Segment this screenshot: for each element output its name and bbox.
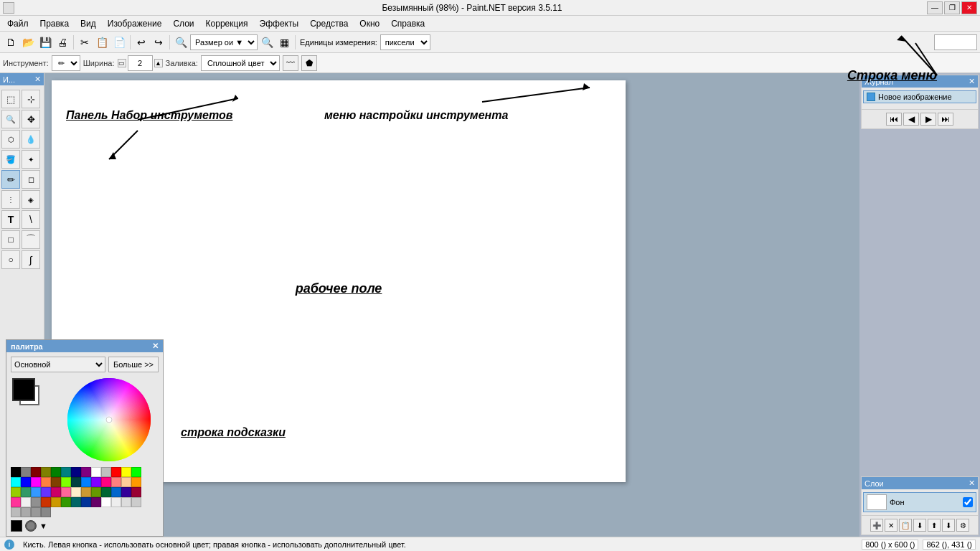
palette-color-swatch[interactable]: [61, 477, 71, 487]
palette-color-swatch[interactable]: [41, 497, 51, 507]
palette-color-swatch[interactable]: [121, 487, 131, 497]
paste-button[interactable]: 📄: [111, 34, 127, 50]
eraser-tool[interactable]: ◻: [22, 170, 40, 189]
text-tool[interactable]: T: [1, 210, 20, 229]
close-button[interactable]: ✕: [961, 1, 977, 14]
palette-color-swatch[interactable]: [111, 497, 121, 507]
width-decrease-button[interactable]: ▭: [118, 59, 126, 67]
history-last-button[interactable]: ⏭: [938, 113, 953, 126]
width-input[interactable]: [128, 55, 153, 71]
history-next-button[interactable]: ▶: [920, 113, 936, 126]
palette-color-swatch[interactable]: [71, 497, 81, 507]
palette-color-swatch[interactable]: [121, 477, 131, 487]
palette-color-swatch[interactable]: [31, 467, 41, 477]
line-tool[interactable]: \: [22, 210, 40, 229]
layer-visibility-checkbox[interactable]: [963, 497, 973, 507]
palette-color-swatch[interactable]: [21, 467, 31, 477]
color-wheel[interactable]: [66, 377, 152, 463]
units-select[interactable]: пиксели дюймы см: [380, 34, 430, 50]
palette-close-button[interactable]: ✕: [152, 342, 159, 351]
zoom-out-button[interactable]: 🔍: [173, 34, 189, 50]
palette-color-swatch[interactable]: [41, 467, 51, 477]
palette-color-swatch[interactable]: [11, 497, 21, 507]
palette-color-swatch[interactable]: [51, 487, 61, 497]
menu-image[interactable]: Изображение: [102, 17, 168, 30]
palette-color-swatch[interactable]: [21, 487, 31, 497]
menu-file[interactable]: Файл: [1, 17, 34, 30]
rectangle-select-tool[interactable]: ⬚: [1, 90, 20, 108]
palette-color-swatch[interactable]: [21, 507, 31, 517]
menu-view[interactable]: Вид: [75, 17, 102, 30]
palette-color-swatch[interactable]: [71, 467, 81, 477]
new-button[interactable]: 🗋: [3, 34, 19, 50]
zoom-select[interactable]: Размер ои ▼ 25% 50% 98% 100% 200%: [190, 34, 258, 50]
palette-color-swatch[interactable]: [71, 487, 81, 497]
palette-color-swatch[interactable]: [81, 477, 91, 487]
zoom-in-button[interactable]: 🔍: [259, 34, 275, 50]
palette-color-swatch[interactable]: [21, 477, 31, 487]
layer-item[interactable]: Фон: [863, 492, 976, 512]
zoom-tool[interactable]: 🔍: [1, 110, 20, 128]
layer-properties-button[interactable]: ⚙: [956, 519, 969, 532]
canvas-area[interactable]: Панель Набор инструметов меню настройки …: [44, 73, 859, 537]
palette-color-swatch[interactable]: [91, 487, 101, 497]
copy-button[interactable]: 📋: [94, 34, 110, 50]
menu-correction[interactable]: Коррекция: [200, 17, 254, 30]
lasso-select-tool[interactable]: ⊹: [22, 90, 40, 108]
palette-color-swatch[interactable]: [131, 497, 141, 507]
palette-color-swatch[interactable]: [111, 477, 121, 487]
palette-color-swatch[interactable]: [101, 487, 111, 497]
palette-color-swatch[interactable]: [31, 487, 41, 497]
palette-color-swatch[interactable]: [101, 477, 111, 487]
palette-color-swatch[interactable]: [131, 477, 141, 487]
line-style-button[interactable]: ⬟: [301, 55, 317, 71]
color-select-tool[interactable]: ◈: [22, 190, 40, 209]
fill-select[interactable]: Сплошной цвет Без заливки Линейный гради…: [201, 55, 280, 71]
curve-tool[interactable]: ⌒: [22, 230, 40, 249]
palette-color-swatch[interactable]: [71, 477, 81, 487]
palette-color-swatch[interactable]: [91, 497, 101, 507]
palette-color-swatch[interactable]: [11, 487, 21, 497]
palette-color-swatch[interactable]: [41, 477, 51, 487]
palette-color-swatch[interactable]: [31, 477, 41, 487]
freeform-tool[interactable]: ∫: [22, 250, 40, 269]
palette-color-swatch[interactable]: [121, 467, 131, 477]
brush-tool[interactable]: ⋮: [1, 190, 20, 209]
palette-color-swatch[interactable]: [31, 507, 41, 517]
move-tool[interactable]: ✥: [22, 110, 40, 128]
pencil-tool[interactable]: ✏: [1, 170, 20, 189]
cut-button[interactable]: ✂: [77, 34, 93, 50]
palette-color-swatch[interactable]: [51, 497, 61, 507]
history-close-button[interactable]: ✕: [969, 77, 975, 86]
history-prev-button[interactable]: ◀: [903, 113, 919, 126]
menu-layers[interactable]: Слои: [167, 17, 199, 30]
print-button[interactable]: 🖨: [55, 34, 70, 50]
delete-layer-button[interactable]: ✕: [885, 519, 897, 532]
palette-color-swatch[interactable]: [21, 497, 31, 507]
palette-color-swatch[interactable]: [131, 467, 141, 477]
foreground-color-swatch[interactable]: [12, 378, 35, 401]
eyedropper-icon[interactable]: [25, 520, 37, 532]
move-layer-up-button[interactable]: ⬆: [928, 519, 941, 532]
palette-color-swatch[interactable]: [101, 467, 111, 477]
palette-color-swatch[interactable]: [61, 497, 71, 507]
menu-edit[interactable]: Правка: [34, 17, 75, 30]
palette-color-swatch[interactable]: [81, 487, 91, 497]
history-item[interactable]: Новое изображение: [863, 90, 976, 103]
open-button[interactable]: 📂: [20, 34, 36, 50]
layers-close-button[interactable]: ✕: [969, 479, 975, 488]
add-layer-button[interactable]: ➕: [870, 519, 883, 532]
palette-color-swatch[interactable]: [121, 497, 131, 507]
undo-button[interactable]: ↩: [133, 34, 149, 50]
menu-window[interactable]: Окно: [354, 17, 385, 30]
palette-color-swatch[interactable]: [51, 467, 61, 477]
paint-bucket-tool[interactable]: 🪣: [1, 150, 20, 169]
duplicate-layer-button[interactable]: 📋: [899, 519, 912, 532]
palette-mode-select[interactable]: Основной Дополнительный: [11, 357, 105, 372]
palette-color-swatch[interactable]: [61, 487, 71, 497]
redo-button[interactable]: ↪: [151, 34, 166, 50]
save-button[interactable]: 💾: [37, 34, 53, 50]
menu-tools[interactable]: Средства: [304, 17, 354, 30]
brush-style-button[interactable]: 〰: [283, 55, 298, 71]
palette-color-swatch[interactable]: [11, 507, 21, 517]
